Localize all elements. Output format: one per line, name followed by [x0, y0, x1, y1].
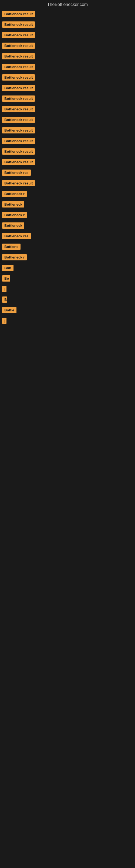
- bottleneck-badge[interactable]: Bottleneck result: [2, 42, 35, 49]
- bottleneck-row[interactable]: Bottleneck result: [0, 9, 135, 20]
- bottleneck-badge[interactable]: Bottlene: [2, 244, 20, 250]
- bottleneck-row[interactable]: Bott: [0, 263, 135, 274]
- bottleneck-row[interactable]: Bottleneck result: [0, 136, 135, 147]
- bottleneck-badge[interactable]: Bottleneck r: [2, 212, 27, 218]
- bottleneck-badge[interactable]: |: [2, 318, 6, 324]
- bottleneck-row[interactable]: Bottleneck r: [0, 189, 135, 199]
- bottleneck-badge[interactable]: Bottleneck result: [2, 74, 35, 81]
- site-title: TheBottlenecker.com: [0, 0, 135, 9]
- bottleneck-badge[interactable]: Bottleneck result: [2, 85, 35, 91]
- bottleneck-badge[interactable]: Bottleneck: [2, 201, 24, 208]
- bottleneck-badge[interactable]: Bottleneck result: [2, 159, 35, 165]
- bottleneck-badge[interactable]: Bottleneck result: [2, 11, 35, 17]
- bottleneck-row[interactable]: |: [0, 284, 135, 295]
- bottleneck-row[interactable]: Bo: [0, 274, 135, 284]
- bottleneck-badge[interactable]: |: [2, 286, 6, 292]
- bottleneck-row[interactable]: Bottleneck result: [0, 94, 135, 104]
- bottleneck-badge[interactable]: Bottleneck result: [2, 106, 35, 112]
- bottleneck-row[interactable]: Bottleneck: [0, 221, 135, 231]
- bottleneck-row[interactable]: Bottleneck result: [0, 83, 135, 94]
- bottleneck-badge[interactable]: Bottleneck result: [2, 32, 35, 38]
- bottleneck-row[interactable]: Bottleneck result: [0, 41, 135, 52]
- bottleneck-badge[interactable]: Bottleneck result: [2, 127, 35, 133]
- bottleneck-row[interactable]: Bottleneck res: [0, 231, 135, 242]
- bottleneck-badge[interactable]: Bottleneck result: [2, 22, 35, 28]
- bottleneck-badge[interactable]: Bottleneck r: [2, 254, 27, 260]
- bottleneck-row[interactable]: Bottleneck result: [0, 30, 135, 41]
- bottleneck-row[interactable]: Bottleneck result: [0, 157, 135, 168]
- bottleneck-badge[interactable]: Bottleneck result: [2, 64, 35, 70]
- bottleneck-badge[interactable]: Bottleneck result: [2, 138, 35, 144]
- bottleneck-row[interactable]: Bottleneck result: [0, 126, 135, 136]
- bottleneck-row[interactable]: Bottleneck result: [0, 52, 135, 62]
- bottleneck-badge[interactable]: Bo: [2, 275, 10, 282]
- bottleneck-badge[interactable]: Bottleneck result: [2, 148, 35, 155]
- bottleneck-badge[interactable]: Bott: [2, 265, 13, 271]
- bottleneck-row[interactable]: Bottleneck: [0, 199, 135, 210]
- bottleneck-row[interactable]: Bottlene: [0, 242, 135, 252]
- bottleneck-badge[interactable]: Bottleneck r: [2, 191, 27, 197]
- bottleneck-row[interactable]: Bottleneck result: [0, 179, 135, 189]
- bottleneck-badge[interactable]: B: [2, 297, 7, 303]
- bottleneck-row[interactable]: B: [0, 295, 135, 305]
- bottleneck-row[interactable]: Bottleneck res: [0, 168, 135, 179]
- bottleneck-badge[interactable]: Bottle: [2, 307, 16, 313]
- bottleneck-row[interactable]: Bottleneck result: [0, 104, 135, 115]
- bottleneck-row[interactable]: Bottleneck r: [0, 210, 135, 221]
- bottleneck-badge[interactable]: Bottleneck result: [2, 117, 35, 123]
- bottleneck-row[interactable]: Bottleneck result: [0, 62, 135, 73]
- bottleneck-row[interactable]: Bottleneck result: [0, 73, 135, 83]
- bottleneck-badge[interactable]: Bottleneck result: [2, 180, 35, 186]
- bottleneck-badge[interactable]: Bottleneck res: [2, 169, 31, 176]
- bottleneck-badge[interactable]: Bottleneck result: [2, 53, 35, 59]
- bottleneck-row[interactable]: Bottleneck result: [0, 147, 135, 157]
- bottleneck-row[interactable]: Bottleneck r: [0, 252, 135, 263]
- bottleneck-badge[interactable]: Bottleneck: [2, 222, 24, 229]
- bottleneck-badge[interactable]: Bottleneck res: [2, 233, 31, 239]
- bottleneck-row[interactable]: |: [0, 316, 135, 327]
- bottleneck-row[interactable]: Bottleneck result: [0, 115, 135, 126]
- bottleneck-row[interactable]: Bottleneck result: [0, 20, 135, 30]
- bottleneck-row[interactable]: Bottle: [0, 305, 135, 316]
- bottleneck-badge[interactable]: Bottleneck result: [2, 95, 35, 102]
